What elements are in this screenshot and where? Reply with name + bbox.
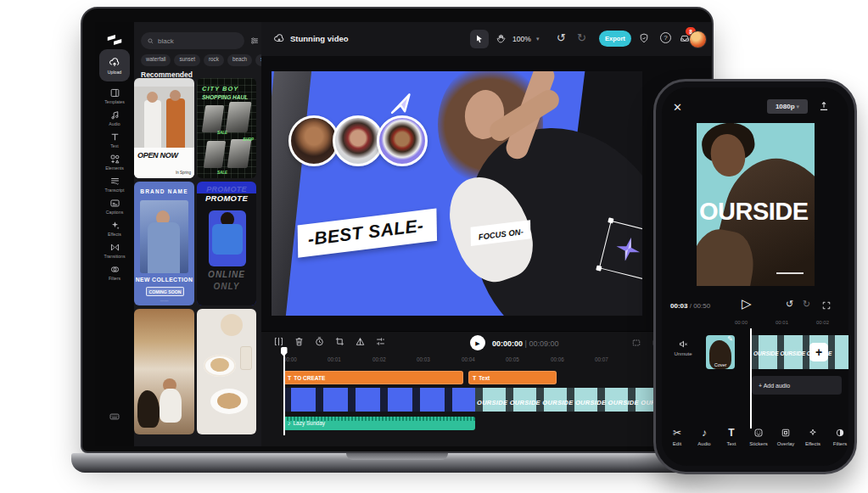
export-upload-icon[interactable] bbox=[818, 100, 830, 112]
play-glyph: ▶ bbox=[475, 340, 479, 346]
text-clip-to-create[interactable]: T TO CREATE bbox=[283, 371, 463, 384]
toolbar-item-filters[interactable]: Filters bbox=[826, 427, 848, 446]
chevron-down-icon: ▾ bbox=[797, 104, 800, 109]
user-avatar[interactable] bbox=[689, 31, 707, 48]
undo-icon[interactable]: ↺ bbox=[557, 32, 566, 43]
sidebar-item-templates[interactable]: Templates bbox=[95, 85, 134, 107]
mobile-video-track[interactable]: OURSIDE OURSIDE OURSIDE + bbox=[752, 335, 848, 369]
avatar-sticker[interactable] bbox=[333, 115, 384, 166]
fit-timeline-icon[interactable] bbox=[631, 338, 641, 348]
timeline-play-button[interactable]: ▶ bbox=[470, 335, 485, 350]
video-frame[interactable]: -BEST SALE- FOCUS ON- bbox=[272, 71, 642, 316]
upload-cloud-icon bbox=[109, 57, 120, 69]
tag-chip[interactable]: beach bbox=[227, 54, 252, 66]
text-clip-icon: T bbox=[288, 375, 291, 381]
credit-line bbox=[776, 272, 804, 274]
sidebar-item-transcript[interactable]: Transcript bbox=[95, 173, 134, 195]
search-filter-icon[interactable] bbox=[249, 36, 260, 46]
select-tool-button[interactable] bbox=[470, 30, 489, 48]
template-thumbnail-city-boy[interactable]: CITY BOY SHOPPING HAUL SALE SHOP SALE bbox=[197, 78, 256, 178]
redo-icon[interactable]: ↻ bbox=[803, 300, 810, 309]
sidebar-item-label: Transitions bbox=[104, 254, 125, 259]
unmute-button[interactable]: Unmute bbox=[669, 339, 697, 356]
avatar-sticker-group[interactable] bbox=[288, 115, 428, 166]
mirror-icon[interactable] bbox=[355, 336, 366, 347]
play-icon[interactable]: ▷ bbox=[742, 297, 752, 310]
sidebar-item-captions[interactable]: Captions bbox=[95, 195, 134, 217]
desktop-editor: Upload Templates Audio bbox=[95, 22, 711, 446]
tag-chip[interactable]: sunset bbox=[174, 54, 200, 66]
sidebar-item-audio[interactable]: Audio bbox=[95, 107, 134, 129]
sidebar-item-filters[interactable]: Filters bbox=[95, 261, 134, 283]
template-badge: SALE bbox=[217, 171, 227, 175]
redo-icon[interactable]: ↻ bbox=[577, 32, 586, 43]
template-thumbnail-brand-name[interactable]: BRAND NAME NEW COLLECTION COMING SOON ◦◦… bbox=[134, 182, 194, 305]
playhead[interactable] bbox=[750, 328, 752, 429]
time-divider: / bbox=[690, 302, 692, 310]
clip-label: Text bbox=[479, 375, 490, 381]
export-button[interactable]: Export bbox=[599, 31, 631, 47]
sidebar-item-effects[interactable]: Effects bbox=[95, 217, 134, 239]
tag-chip[interactable]: rock bbox=[204, 54, 224, 66]
avatar-sticker[interactable] bbox=[288, 115, 339, 166]
playhead[interactable] bbox=[283, 354, 285, 435]
toolbar-item-text[interactable]: T Text bbox=[718, 427, 745, 446]
add-clip-button[interactable]: + bbox=[809, 343, 828, 361]
chevron-down-icon[interactable]: ▾ bbox=[536, 36, 540, 42]
sidebar-item-upload[interactable]: Upload bbox=[99, 49, 130, 81]
figure-head bbox=[170, 90, 181, 101]
split-icon[interactable] bbox=[273, 336, 284, 347]
add-audio-label: + Add audio bbox=[759, 383, 790, 389]
video-clip-blue[interactable] bbox=[283, 388, 475, 412]
text-clip-text[interactable]: T Text bbox=[468, 371, 557, 384]
capcut-logo-icon bbox=[105, 31, 124, 49]
toolbar-item-effects[interactable]: Effects bbox=[799, 427, 826, 446]
audio-clip[interactable]: ♪ Lazy Sunday bbox=[283, 417, 475, 430]
selection-handle[interactable] bbox=[608, 217, 613, 223]
sidebar-item-elements[interactable]: Elements bbox=[95, 151, 134, 173]
filters-icon bbox=[835, 428, 845, 438]
tag-chip[interactable]: waterfall bbox=[141, 54, 171, 66]
preview-caption: OURSIDE bbox=[699, 198, 809, 226]
mobile-video-preview[interactable]: OURSIDE bbox=[697, 123, 815, 286]
fullscreen-icon[interactable] bbox=[821, 300, 832, 311]
template-photo bbox=[134, 87, 194, 148]
template-title: CITY BOY bbox=[202, 85, 238, 92]
sidebar-item-transitions[interactable]: Transitions bbox=[95, 239, 134, 261]
background-wall bbox=[272, 71, 311, 316]
template-badge: SALE bbox=[217, 131, 227, 135]
toolbar-item-edit[interactable]: ✂ Edit bbox=[664, 427, 691, 446]
keyboard-shortcuts-icon[interactable] bbox=[109, 411, 120, 423]
add-audio-button[interactable]: + Add audio bbox=[752, 376, 842, 395]
template-thumbnail-food-photo[interactable] bbox=[197, 309, 256, 434]
avatar-sticker[interactable] bbox=[377, 115, 428, 166]
tag-chip[interactable]: subscribe bbox=[255, 54, 261, 66]
template-badge: SHOP bbox=[243, 137, 254, 142]
resolution-dropdown[interactable]: 1080p ▾ bbox=[767, 99, 808, 114]
toolbar-item-overlay[interactable]: Overlay bbox=[772, 427, 799, 446]
adjust-icon[interactable] bbox=[375, 336, 386, 347]
template-thumbnail-van-photo[interactable] bbox=[134, 309, 194, 434]
template-thumbnail-open-now[interactable]: OPEN NOW In Spring bbox=[134, 78, 194, 178]
search-value: black bbox=[158, 37, 174, 45]
template-thumbnail-promote[interactable]: PROMOTE PROMOTE ONLINE ONLY bbox=[197, 182, 256, 305]
sidebar-item-text[interactable]: Text bbox=[95, 129, 134, 151]
delete-icon[interactable] bbox=[294, 336, 305, 347]
help-icon[interactable]: ? bbox=[660, 32, 671, 43]
template-photo bbox=[202, 105, 224, 132]
project-title[interactable]: Stunning video bbox=[290, 34, 349, 43]
search-input[interactable]: black bbox=[141, 32, 244, 49]
hand-tool-icon[interactable] bbox=[496, 33, 507, 44]
filters-icon bbox=[109, 264, 120, 275]
crop-icon[interactable] bbox=[334, 336, 345, 347]
total-time: 00:50 bbox=[693, 302, 710, 310]
cover-thumbnail[interactable]: ✎ Cover bbox=[706, 335, 735, 369]
zoom-level[interactable]: 100% bbox=[512, 35, 531, 43]
close-icon[interactable]: ✕ bbox=[673, 102, 682, 113]
speed-icon[interactable] bbox=[314, 336, 325, 347]
shield-icon[interactable] bbox=[638, 32, 650, 44]
figure bbox=[144, 100, 161, 148]
undo-icon[interactable]: ↺ bbox=[786, 300, 793, 309]
toolbar-item-audio[interactable]: ♪ Audio bbox=[691, 427, 718, 446]
toolbar-item-stickers[interactable]: Stickers bbox=[745, 427, 772, 446]
